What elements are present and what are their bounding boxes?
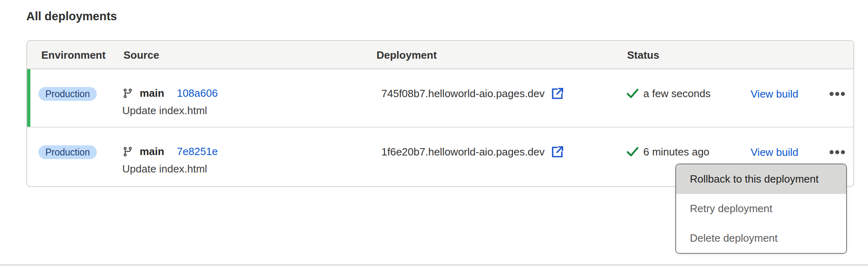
status-time: 6 minutes ago <box>643 146 709 158</box>
environment-badge: Production <box>38 87 97 101</box>
dot-icon <box>835 150 839 154</box>
column-header-environment: Environment <box>41 41 106 69</box>
page-title: All deployments <box>26 10 117 23</box>
deployment-url: 745f08b7.helloworld-aio.pages.dev <box>381 87 545 100</box>
commit-message: Update index.html <box>122 104 218 117</box>
external-link-icon[interactable] <box>550 145 564 159</box>
deployment-row-1: Production main 108a606 Update index.htm… <box>27 69 853 128</box>
dot-icon <box>835 92 839 96</box>
deployment-cell: 1f6e20b7.helloworld-aio.pages.dev <box>381 144 564 160</box>
deployments-page: All deployments Environment Source Deplo… <box>0 0 868 268</box>
commit-link[interactable]: 7e8251e <box>177 145 218 158</box>
dot-icon <box>830 92 834 96</box>
branch-name: main <box>140 145 164 158</box>
success-check-icon <box>626 147 639 157</box>
status-time: a few seconds <box>643 87 711 100</box>
dot-icon <box>841 150 845 154</box>
view-build-link[interactable]: View build <box>751 88 798 100</box>
source-cell: main 7e8251e Update index.html <box>122 145 218 175</box>
success-check-icon <box>626 88 639 99</box>
current-deployment-indicator <box>27 69 30 127</box>
deployment-context-menu: Rollback to this deployment Retry deploy… <box>675 164 847 254</box>
menu-item-retry[interactable]: Retry deployment <box>676 194 846 223</box>
more-options-button[interactable] <box>827 146 848 158</box>
deployment-url: 1f6e20b7.helloworld-aio.pages.dev <box>381 146 545 158</box>
external-link-icon[interactable] <box>550 87 564 101</box>
column-header-status: Status <box>627 41 659 69</box>
status-cell: 6 minutes ago <box>626 145 709 159</box>
view-build-link[interactable]: View build <box>751 146 798 159</box>
commit-link[interactable]: 108a606 <box>177 87 218 100</box>
table-header-row: Environment Source Deployment Status <box>27 41 853 69</box>
dot-icon <box>830 150 834 154</box>
column-header-source: Source <box>123 41 159 69</box>
source-cell: main 108a606 Update index.html <box>122 86 218 117</box>
git-branch-icon <box>122 146 133 157</box>
page-bottom-divider <box>0 264 868 266</box>
deployment-cell: 745f08b7.helloworld-aio.pages.dev <box>381 85 564 102</box>
environment-badge: Production <box>38 145 97 159</box>
column-header-deployment: Deployment <box>377 41 437 69</box>
menu-item-rollback[interactable]: Rollback to this deployment <box>676 164 846 194</box>
branch-name: main <box>140 87 164 100</box>
commit-message: Update index.html <box>122 163 218 175</box>
status-cell: a few seconds <box>626 86 711 101</box>
dot-icon <box>841 92 845 96</box>
more-options-button[interactable] <box>827 88 848 100</box>
menu-item-delete[interactable]: Delete deployment <box>676 223 846 253</box>
git-branch-icon <box>122 88 133 99</box>
